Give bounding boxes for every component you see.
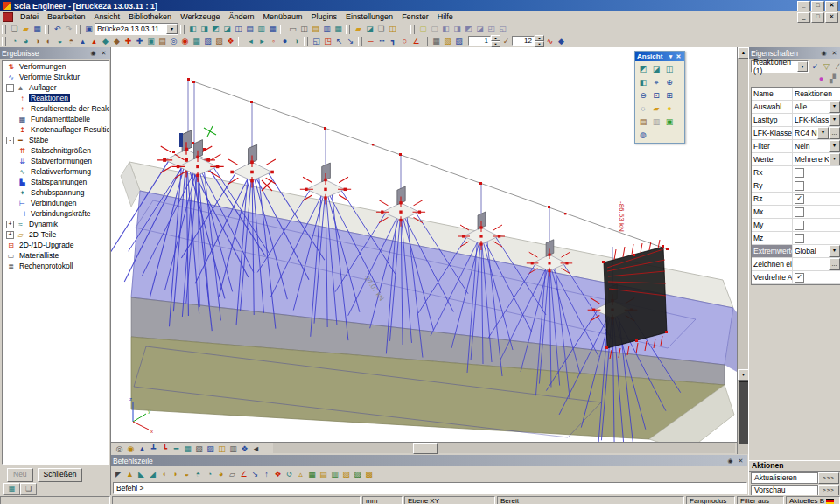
tree-item-2d-1d-upgrade[interactable]: ⊟2D-/1D-Upgrade	[3, 240, 108, 250]
vertical-scrollbar[interactable]: ▲ ▼	[737, 47, 748, 454]
toolbar-icon[interactable]: ◫	[216, 444, 228, 454]
close-button[interactable]: ✕	[825, 1, 838, 11]
toolbar-icon[interactable]: ◫	[387, 24, 398, 34]
checkbox-unchecked[interactable]	[794, 168, 804, 178]
new-button[interactable]: Neu	[7, 468, 33, 482]
toolbar-icon[interactable]: ◩	[463, 24, 474, 34]
list-icon[interactable]: ✓	[809, 61, 821, 72]
spin-down-icon[interactable]: ▼	[535, 41, 544, 47]
toolbar-icon[interactable]: ▦	[430, 36, 442, 46]
checkbox-unchecked[interactable]	[794, 220, 804, 230]
expand-icon[interactable]: +	[6, 231, 14, 239]
circle-icon[interactable]: ○	[399, 36, 410, 46]
toolbar-icon[interactable]: ◔	[204, 469, 215, 480]
close-icon[interactable]: ✕	[675, 52, 682, 61]
toolbar-icon[interactable]: ▧	[442, 36, 453, 46]
toolbar-icon[interactable]: ◨	[199, 24, 210, 34]
print-icon[interactable]: ▭	[287, 24, 298, 34]
chevron-down-icon[interactable]: ▾	[829, 140, 840, 152]
toolbar-icon[interactable]: ◢	[147, 469, 158, 480]
color-wheel-icon[interactable]: ●	[816, 74, 827, 84]
toolbar-icon[interactable]: ❖	[272, 469, 284, 480]
new-document-icon[interactable]: ❏	[9, 24, 20, 34]
expand-icon[interactable]: +	[6, 220, 14, 228]
toolbar-icon[interactable]: ▦	[182, 444, 193, 454]
menu-item-menbaum[interactable]: Menübaum	[259, 11, 307, 23]
toolbar-icon[interactable]: ◣	[136, 469, 147, 480]
tab-window[interactable]: ❏	[20, 483, 37, 495]
minimize-button[interactable]: _	[797, 1, 810, 11]
tree-item-reaktionen[interactable]: ↑Reaktionen	[3, 93, 108, 103]
toolbar-icon[interactable]: ◕	[215, 469, 227, 480]
toolbar-icon[interactable]: ◑	[32, 36, 43, 46]
zoom-selection-icon[interactable]: ⊞	[663, 89, 676, 102]
spin-up-icon[interactable]: ▲	[535, 35, 544, 41]
checkbox-checked[interactable]: ✓	[794, 194, 804, 204]
tool-icon[interactable]: ✓	[500, 36, 512, 46]
checkbox-checked[interactable]: ✓	[794, 273, 804, 283]
menu-item-plugins[interactable]: Plugins	[307, 11, 342, 23]
toolbar-icon[interactable]: ◉	[125, 444, 136, 454]
toolbar-icon[interactable]: ◔	[9, 36, 20, 46]
command-input[interactable]: Befehl >	[113, 482, 747, 494]
collapse-toolbar-icon[interactable]: ◄	[250, 444, 262, 454]
toolbar-icon[interactable]: ↘	[249, 469, 261, 480]
menu-item-bibliotheken[interactable]: Bibliotheken	[124, 11, 176, 23]
view-axo-icon[interactable]: ◩	[637, 63, 649, 75]
tree-item-st-be[interactable]: -━Stäbe	[3, 135, 108, 145]
spin-down-icon[interactable]: ▼	[491, 41, 500, 47]
toolbar-icon[interactable]: ┓	[388, 36, 399, 46]
toolbar-icon[interactable]: ↑	[261, 469, 272, 480]
grayscale-icon[interactable]: ▞	[827, 74, 838, 84]
toolbar-icon[interactable]: ▧	[202, 36, 214, 46]
property-value[interactable]: Global	[794, 247, 829, 256]
toolbar-icon[interactable]: ❖	[239, 444, 250, 454]
toolbar-icon[interactable]: ▨	[453, 36, 465, 46]
toolbar-icon[interactable]: ▥	[256, 24, 267, 34]
tree-item-verformungen[interactable]: ⇅Verformungen	[3, 61, 108, 72]
property-object-combo[interactable]: Reaktionen (1) ▾	[751, 60, 808, 73]
restore-button[interactable]: □	[811, 1, 824, 11]
pin-icon[interactable]: ◉	[88, 49, 98, 58]
line-icon[interactable]: ─	[365, 36, 376, 46]
toolbar-icon[interactable]: ◪	[364, 24, 375, 34]
close-icon[interactable]: ✕	[99, 49, 108, 58]
toolbar-icon[interactable]: ◰	[486, 24, 497, 34]
edit-icon[interactable]: ∕	[832, 61, 840, 72]
view-top-icon[interactable]: ◧	[637, 76, 649, 88]
layers-spinner-value[interactable]: 12	[512, 36, 535, 46]
toolbar-icon[interactable]: ◫	[233, 24, 244, 34]
project-manager-icon[interactable]: ▣	[83, 24, 94, 34]
toolbar-icon[interactable]: ▴	[88, 36, 100, 46]
tree-item-rechenprotokoll[interactable]: ≣Rechenprotokoll	[3, 261, 108, 271]
toolbar-icon[interactable]: ◦	[268, 36, 279, 46]
tree-item-2d-teile[interactable]: +▱2D-Teile	[3, 229, 108, 240]
toolbar-icon[interactable]: ◓	[192, 469, 204, 480]
chevron-down-icon[interactable]: ▾	[166, 24, 178, 34]
property-value[interactable]: Alle	[794, 102, 829, 111]
spin-up-icon[interactable]: ▲	[491, 35, 500, 41]
toolbar-icon[interactable]: ▱	[227, 469, 238, 480]
tab-results[interactable]: ▦	[4, 483, 20, 495]
zoom-previous-icon[interactable]: ◌	[637, 102, 649, 115]
save-icon[interactable]: ▦	[32, 24, 43, 34]
toolbar-icon[interactable]: ∠	[238, 469, 249, 480]
toolbar-icon[interactable]: ▵	[295, 469, 306, 480]
horizontal-scrollbar[interactable]	[273, 443, 735, 453]
toolbar-icon[interactable]: ▦	[191, 36, 202, 46]
ellipsis-button[interactable]: ...	[829, 127, 840, 139]
tree-item-relativverformung[interactable]: ∿Relativverformung	[3, 166, 108, 177]
toolbar-icon[interactable]: ◩	[210, 24, 221, 34]
toolbar-icon[interactable]: ◱	[497, 24, 508, 34]
members-spinner-value[interactable]: 1	[468, 36, 491, 46]
light-icon[interactable]: ●	[663, 102, 676, 115]
toolbar-icon[interactable]: ┻	[148, 444, 159, 454]
property-value[interactable]: Reaktionen	[794, 89, 840, 98]
redo-icon[interactable]: ↷	[63, 24, 74, 34]
toolbar-icon[interactable]: ▥	[329, 469, 340, 480]
toolbar-icon[interactable]: ◕	[20, 36, 32, 46]
tree-item-stabverformungen[interactable]: ⇊Stabverformungen	[3, 156, 108, 166]
layers-spinner[interactable]: 12 ▲▼	[512, 36, 544, 46]
open-project-icon[interactable]: ▰	[20, 24, 32, 34]
chevron-down-icon[interactable]: ▾	[829, 245, 840, 257]
